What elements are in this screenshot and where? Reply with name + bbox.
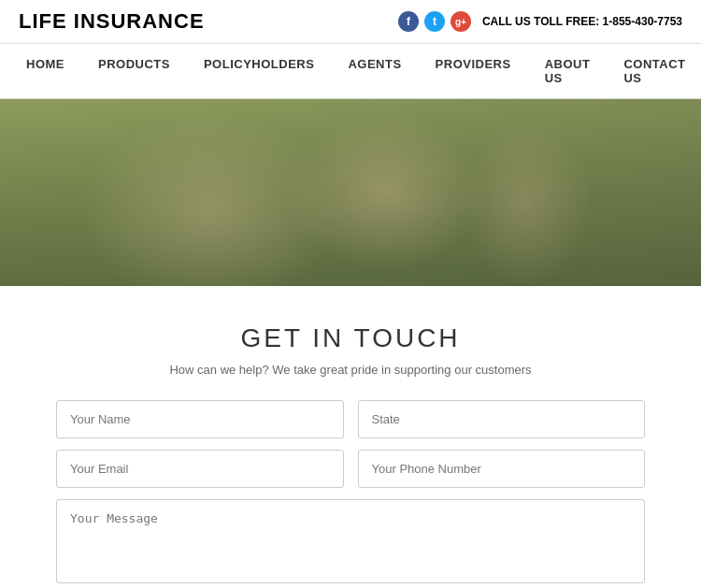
facebook-icon[interactable]: f — [398, 11, 419, 32]
header: LIFE INSURANCE f t g+ CALL US TOLL FREE:… — [0, 0, 701, 43]
nav-item-home[interactable]: HOME — [9, 44, 81, 98]
message-textarea[interactable] — [56, 499, 645, 583]
header-right: f t g+ CALL US TOLL FREE: 1-855-430-7753 — [398, 11, 682, 32]
toll-free-label: CALL US TOLL FREE: — [482, 15, 599, 28]
nav-item-providers[interactable]: PROVIDERS — [419, 44, 528, 98]
contact-subtitle: How can we help? We take great pride in … — [56, 363, 645, 377]
navigation: HOME PRODUCTS POLICYHOLDERS AGENTS PROVI… — [0, 43, 701, 99]
nav-item-contact[interactable]: CONTACT US — [607, 44, 701, 98]
nav-item-products[interactable]: PRODUCTS — [81, 44, 187, 98]
nav-link-providers[interactable]: PROVIDERS — [419, 44, 528, 84]
twitter-icon[interactable]: t — [424, 11, 445, 32]
toll-free: CALL US TOLL FREE: 1-855-430-7753 — [482, 15, 682, 28]
nav-link-agents[interactable]: AGENTS — [331, 44, 418, 84]
contact-section: GET IN TOUCH How can we help? We take gr… — [0, 286, 701, 588]
form-row-2 — [56, 450, 645, 488]
phone-input[interactable] — [358, 450, 646, 488]
nav-link-home[interactable]: HOME — [9, 44, 81, 84]
hero-banner — [0, 99, 701, 286]
hero-background — [0, 99, 701, 286]
nav-list: HOME PRODUCTS POLICYHOLDERS AGENTS PROVI… — [0, 44, 701, 98]
nav-link-products[interactable]: PRODUCTS — [81, 44, 187, 84]
toll-free-number: 1-855-430-7753 — [603, 15, 682, 28]
name-input[interactable] — [56, 400, 344, 438]
nav-link-policyholders[interactable]: POLICYHOLDERS — [187, 44, 331, 84]
nav-item-agents[interactable]: AGENTS — [331, 44, 418, 98]
contact-title: GET IN TOUCH — [56, 323, 645, 353]
logo: LIFE INSURANCE — [19, 9, 205, 34]
nav-link-about[interactable]: ABOUT US — [528, 44, 608, 98]
form-row-1 — [56, 400, 645, 438]
nav-item-about[interactable]: ABOUT US — [528, 44, 608, 98]
nav-link-contact[interactable]: CONTACT US — [607, 44, 701, 98]
email-input[interactable] — [56, 450, 344, 488]
nav-item-policyholders[interactable]: POLICYHOLDERS — [187, 44, 331, 98]
googleplus-icon[interactable]: g+ — [451, 11, 471, 32]
state-input[interactable] — [358, 400, 646, 438]
social-icons: f t g+ — [398, 11, 471, 32]
